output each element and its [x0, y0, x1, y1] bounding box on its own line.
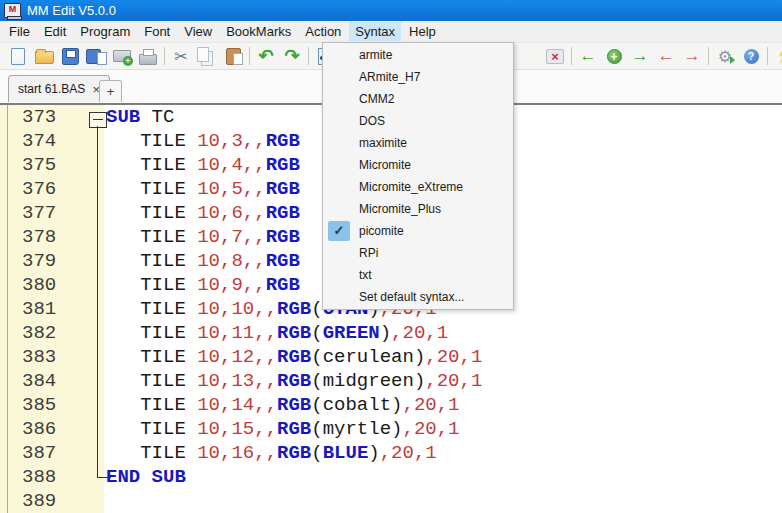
bookmark-prev-icon[interactable]: ← — [575, 45, 601, 67]
line-number[interactable]: 380 — [0, 273, 104, 297]
line-number[interactable]: 388 — [0, 465, 104, 489]
clear-bookmarks-icon[interactable]: × — [542, 45, 568, 67]
tab-label: start 61.BAS — [18, 82, 85, 96]
line-number[interactable]: 382 — [0, 321, 104, 345]
window-title: MM Edit V5.0.0 — [27, 3, 116, 18]
menu-bookmarks[interactable]: BookMarks — [220, 22, 297, 41]
settings-icon[interactable]: ⚙ — [712, 45, 738, 67]
code-line-387[interactable]: 387 TILE 10,16,,RGB(BLUE),20,1 — [0, 441, 782, 465]
menu-edit[interactable]: Edit — [38, 22, 72, 41]
new-tab-button[interactable]: + — [99, 80, 122, 102]
code-line-384[interactable]: 384 TILE 10,13,,RGB(midgreen),20,1 — [0, 369, 782, 393]
syntax-option-set-default-syntax[interactable]: Set default syntax... — [323, 286, 513, 308]
run-icon[interactable] — [771, 45, 782, 67]
line-source: TILE 10,12,,RGB(cerulean),20,1 — [104, 345, 782, 369]
open-file-icon[interactable] — [31, 45, 57, 67]
code-line-382[interactable]: 382 TILE 10,11,,RGB(GREEN),20,1 — [0, 321, 782, 345]
line-number[interactable]: 374 — [0, 129, 104, 153]
bookmark-add-icon[interactable] — [601, 45, 627, 67]
cut-icon[interactable]: ✂ — [168, 45, 194, 67]
line-number[interactable]: 387 — [0, 441, 104, 465]
menu-bar: FileEditProgramFontViewBookMarksActionSy… — [0, 21, 782, 43]
bookmark-next-icon[interactable]: → — [627, 45, 653, 67]
menu-help[interactable]: Help — [403, 22, 442, 41]
code-line-385[interactable]: 385 TILE 10,14,,RGB(cobalt),20,1 — [0, 393, 782, 417]
toolbar-separator — [249, 47, 250, 65]
nav-forward-icon[interactable]: → — [679, 45, 705, 67]
syntax-option-dos[interactable]: DOS — [323, 110, 513, 132]
copy-icon[interactable] — [194, 45, 220, 67]
new-file-icon[interactable] — [5, 45, 31, 67]
line-number[interactable]: 386 — [0, 417, 104, 441]
fold-guide-line — [97, 126, 98, 477]
toolbar-separator — [767, 47, 768, 65]
line-number[interactable]: 389 — [0, 489, 104, 513]
line-number[interactable]: 379 — [0, 249, 104, 273]
line-source: TILE 10,16,,RGB(BLUE),20,1 — [104, 441, 782, 465]
line-number[interactable]: 385 — [0, 393, 104, 417]
line-source: TILE 10,15,,RGB(myrtle),20,1 — [104, 417, 782, 441]
checkmark-icon: ✓ — [328, 221, 350, 241]
undo-icon[interactable]: ↶ — [253, 45, 279, 67]
help-icon[interactable] — [738, 45, 764, 67]
code-line-383[interactable]: 383 TILE 10,12,,RGB(cerulean),20,1 — [0, 345, 782, 369]
syntax-option-txt[interactable]: txt — [323, 264, 513, 286]
code-line-386[interactable]: 386 TILE 10,15,,RGB(myrtle),20,1 — [0, 417, 782, 441]
redo-icon[interactable]: ↷ — [279, 45, 305, 67]
line-number[interactable]: 383 — [0, 345, 104, 369]
tab-start-61-bas[interactable]: start 61.BAS × — [8, 75, 110, 102]
print-icon[interactable] — [135, 45, 161, 67]
toolbar-separator — [571, 47, 572, 65]
syntax-option-armite-h7[interactable]: ARmite_H7 — [323, 66, 513, 88]
line-source: TILE 10,13,,RGB(midgreen),20,1 — [104, 369, 782, 393]
syntax-option-micromite-plus[interactable]: Micromite_Plus — [323, 198, 513, 220]
syntax-option-micromite[interactable]: Micromite — [323, 154, 513, 176]
line-number[interactable]: 375 — [0, 153, 104, 177]
syntax-option-armite[interactable]: armite — [323, 44, 513, 66]
menu-font[interactable]: Font — [138, 22, 176, 41]
menu-program[interactable]: Program — [74, 22, 136, 41]
fold-collapse-icon[interactable] — [89, 112, 107, 128]
syntax-option-cmm2[interactable]: CMM2 — [323, 88, 513, 110]
save-file-icon[interactable] — [57, 45, 83, 67]
line-source — [104, 489, 782, 513]
syntax-option-picomite[interactable]: ✓picomite — [323, 220, 513, 242]
menu-file[interactable]: File — [3, 22, 36, 41]
paste-icon[interactable] — [220, 45, 246, 67]
line-number[interactable]: 381 — [0, 297, 104, 321]
fold-guide-end — [97, 477, 111, 478]
nav-back-icon[interactable]: ← — [653, 45, 679, 67]
print-preview-icon[interactable] — [109, 45, 135, 67]
line-source: TILE 10,11,,RGB(GREEN),20,1 — [104, 321, 782, 345]
syntax-option-maximite[interactable]: maximite — [323, 132, 513, 154]
toolbar-separator — [708, 47, 709, 65]
syntax-option-rpi[interactable]: RPi — [323, 242, 513, 264]
code-line-389[interactable]: 389 — [0, 489, 782, 513]
line-number[interactable]: 377 — [0, 201, 104, 225]
toolbar-separator — [164, 47, 165, 65]
save-as-icon[interactable] — [83, 45, 109, 67]
line-source: END SUB — [104, 465, 782, 489]
app-icon — [4, 3, 21, 18]
line-number[interactable]: 376 — [0, 177, 104, 201]
menu-syntax[interactable]: Syntax — [349, 22, 401, 41]
line-number[interactable]: 384 — [0, 369, 104, 393]
syntax-option-micromite-extreme[interactable]: Micromite_eXtreme — [323, 176, 513, 198]
menu-action[interactable]: Action — [299, 22, 347, 41]
syntax-dropdown-menu: armiteARmite_H7CMM2DOSmaximiteMicromiteM… — [322, 42, 514, 310]
line-source: TILE 10,14,,RGB(cobalt),20,1 — [104, 393, 782, 417]
line-number[interactable]: 378 — [0, 225, 104, 249]
title-bar: MM Edit V5.0.0 — [0, 0, 782, 21]
toolbar-separator — [308, 47, 309, 65]
app-window: MM Edit V5.0.0 FileEditProgramFontViewBo… — [0, 0, 782, 513]
code-line-388[interactable]: 388END SUB — [0, 465, 782, 489]
menu-view[interactable]: View — [178, 22, 218, 41]
